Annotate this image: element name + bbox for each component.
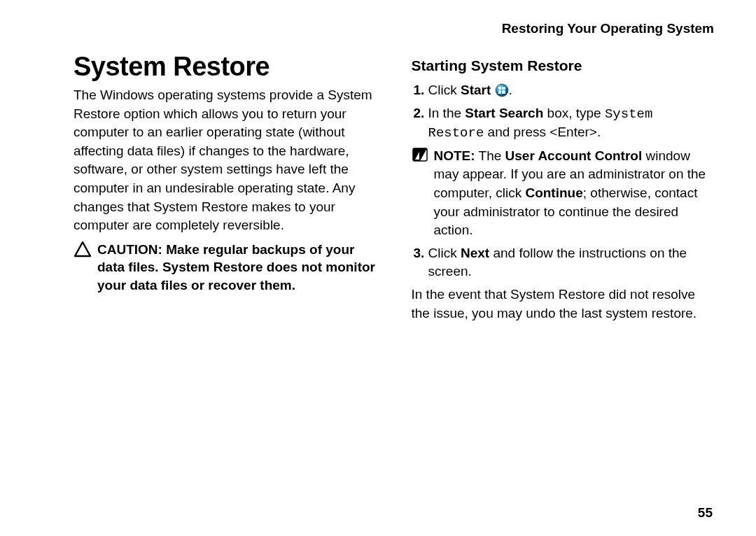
step2-mid: box, type: [543, 106, 605, 120]
page-title: System Restore: [74, 52, 377, 82]
step2-post: and press <Enter>.: [484, 125, 601, 139]
step-3: Click Next and follow the instructions o…: [428, 244, 715, 281]
step1-tail: .: [509, 83, 512, 97]
step2-pre: In the: [428, 106, 465, 120]
section-subtitle: Starting System Restore: [412, 57, 715, 74]
svg-rect-2: [498, 87, 501, 90]
note-b2: Continue: [525, 185, 582, 200]
step1-bold: Start: [461, 83, 491, 97]
page-header: Restoring Your Operating System: [74, 21, 714, 36]
step1-pre: Click: [428, 83, 461, 97]
intro-paragraph: The Windows operating systems provide a …: [74, 86, 377, 235]
step-1: Click Start .: [428, 81, 715, 100]
svg-rect-5: [502, 90, 505, 94]
note-b1: User Account Control: [505, 148, 643, 163]
svg-rect-3: [502, 87, 505, 90]
step3-bold: Next: [461, 246, 489, 260]
column-layout: System Restore The Windows operating sys…: [74, 52, 714, 328]
steps-list-top: Click Start . In the Start Search box, t…: [412, 81, 715, 143]
caution-icon: [74, 241, 92, 258]
step2-bold: Start Search: [465, 106, 543, 120]
closing-paragraph: In the event that System Restore did not…: [412, 285, 715, 323]
step3-pre: Click: [428, 246, 461, 260]
note-icon: [412, 147, 428, 162]
step-2: In the Start Search box, type System Res…: [428, 104, 715, 143]
left-column: System Restore The Windows operating sys…: [74, 52, 377, 328]
right-column: Starting System Restore Click Start . In…: [412, 52, 715, 328]
note-text: NOTE: The User Account Control window ma…: [434, 147, 715, 240]
svg-marker-0: [75, 242, 90, 256]
document-page: Restoring Your Operating System System R…: [0, 0, 756, 536]
page-number: 55: [698, 505, 713, 521]
caution-text: CAUTION: Make regular backups of your da…: [97, 241, 377, 295]
note-label: NOTE:: [434, 148, 475, 163]
svg-point-1: [496, 84, 508, 97]
svg-rect-4: [498, 90, 501, 94]
note-pre: The: [475, 148, 505, 163]
note-callout: NOTE: The User Account Control window ma…: [412, 147, 715, 240]
caution-callout: CAUTION: Make regular backups of your da…: [74, 241, 377, 295]
steps-list-bottom: Click Next and follow the instructions o…: [412, 244, 715, 281]
windows-start-orb-icon: [495, 83, 509, 97]
caution-label: CAUTION:: [97, 242, 162, 257]
